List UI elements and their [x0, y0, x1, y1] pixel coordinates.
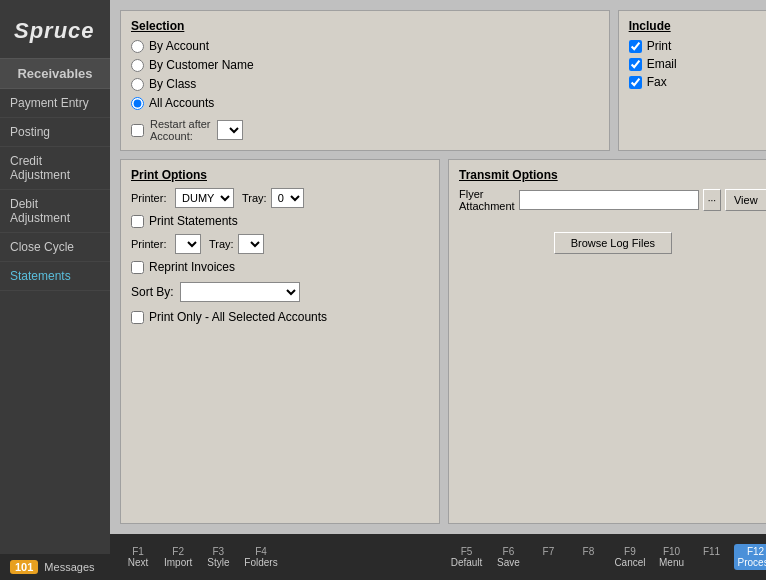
- sidebar-bottom: 101 Messages: [0, 554, 110, 580]
- printer-row-1: Printer: DUMY Tray: 0: [131, 188, 429, 208]
- radio-all-accounts-label: All Accounts: [149, 96, 214, 110]
- print-options-panel: Print Options Printer: DUMY Tray: 0 Prin…: [120, 159, 440, 524]
- flyer-row: FlyerAttachment ··· View: [459, 188, 766, 212]
- sort-by-select[interactable]: [180, 282, 300, 302]
- app-logo: Spruce: [0, 0, 110, 59]
- include-email[interactable]: Email: [629, 57, 766, 71]
- f10-key: F10: [663, 546, 680, 557]
- toolbar-f4[interactable]: F4 Folders: [240, 544, 281, 570]
- f9-key: F9: [624, 546, 636, 557]
- selection-panel: Selection By Account By Customer Name By…: [120, 10, 610, 151]
- printer-select-1[interactable]: DUMY: [175, 188, 234, 208]
- bottom-row: Print Options Printer: DUMY Tray: 0 Prin…: [120, 159, 766, 524]
- print-only-checkbox[interactable]: [131, 311, 144, 324]
- sort-by-label: Sort By:: [131, 285, 174, 299]
- toolbar-f8[interactable]: F8: [570, 544, 606, 570]
- f6-label: Save: [497, 557, 520, 568]
- sidebar-item-posting[interactable]: Posting: [0, 118, 110, 147]
- toolbar-f2[interactable]: F2 Import: [160, 544, 196, 570]
- include-email-label: Email: [647, 57, 677, 71]
- radio-all-accounts[interactable]: All Accounts: [131, 96, 599, 110]
- toolbar-f5[interactable]: F5 Default: [447, 544, 487, 570]
- radio-by-customer-name[interactable]: By Customer Name: [131, 58, 599, 72]
- reprint-invoices[interactable]: Reprint Invoices: [131, 260, 429, 274]
- sidebar-item-close-cycle[interactable]: Close Cycle: [0, 233, 110, 262]
- flyer-input[interactable]: [519, 190, 699, 210]
- sort-by-row: Sort By:: [131, 282, 429, 302]
- printer-select-2[interactable]: [175, 234, 201, 254]
- radio-by-class[interactable]: By Class: [131, 77, 599, 91]
- f5-key: F5: [461, 546, 473, 557]
- printer-label-2: Printer:: [131, 238, 171, 250]
- f11-label: [710, 557, 713, 568]
- print-statements-label: Print Statements: [149, 214, 238, 228]
- selection-title: Selection: [131, 19, 599, 33]
- radio-by-class-input[interactable]: [131, 78, 144, 91]
- tray-select-1[interactable]: 0: [271, 188, 304, 208]
- f10-label: Menu: [659, 557, 684, 568]
- transmit-options-panel: Transmit Options FlyerAttachment ··· Vie…: [448, 159, 766, 524]
- f4-label: Folders: [244, 557, 277, 568]
- include-title: Include: [629, 19, 766, 33]
- include-fax[interactable]: Fax: [629, 75, 766, 89]
- toolbar-f12[interactable]: F12 Process: [734, 544, 766, 570]
- f11-key: F11: [703, 546, 720, 557]
- transmit-options-title: Transmit Options: [459, 168, 766, 182]
- reprint-invoices-checkbox[interactable]: [131, 261, 144, 274]
- messages-badge: 101: [10, 560, 38, 574]
- browse-log-button[interactable]: Browse Log Files: [554, 232, 672, 254]
- f7-label: [547, 557, 550, 568]
- f8-key: F8: [583, 546, 595, 557]
- restart-checkbox[interactable]: [131, 124, 144, 137]
- f5-label: Default: [451, 557, 483, 568]
- f2-key: F2: [172, 546, 184, 557]
- browse-log-container: Browse Log Files: [459, 232, 766, 254]
- toolbar-f11[interactable]: F11: [694, 544, 730, 570]
- toolbar-f9[interactable]: F9 Cancel: [610, 544, 649, 570]
- f1-label: Next: [128, 557, 149, 568]
- radio-all-accounts-input[interactable]: [131, 97, 144, 110]
- radio-by-account[interactable]: By Account: [131, 39, 599, 53]
- restart-dropdown[interactable]: [217, 120, 243, 140]
- top-row: Selection By Account By Customer Name By…: [120, 10, 766, 151]
- include-print[interactable]: Print: [629, 39, 766, 53]
- print-statements-checkbox[interactable]: [131, 215, 144, 228]
- sidebar-item-debit-adjustment[interactable]: Debit Adjustment: [0, 190, 110, 233]
- reprint-invoices-label: Reprint Invoices: [149, 260, 235, 274]
- printer-label-1: Printer:: [131, 192, 171, 204]
- print-only[interactable]: Print Only - All Selected Accounts: [131, 310, 429, 324]
- radio-by-class-label: By Class: [149, 77, 196, 91]
- tray-label-2: Tray:: [209, 238, 234, 250]
- f6-key: F6: [503, 546, 515, 557]
- toolbar-f6[interactable]: F6 Save: [490, 544, 526, 570]
- toolbar-f7[interactable]: F7: [530, 544, 566, 570]
- include-fax-checkbox[interactable]: [629, 76, 642, 89]
- include-print-checkbox[interactable]: [629, 40, 642, 53]
- radio-by-customer-name-input[interactable]: [131, 59, 144, 72]
- flyer-browse-button[interactable]: ···: [703, 189, 721, 211]
- f12-label: Process: [738, 557, 766, 568]
- view-button[interactable]: View: [725, 189, 766, 211]
- f4-key: F4: [255, 546, 267, 557]
- sidebar-item-statements[interactable]: Statements: [0, 262, 110, 291]
- f12-key: F12: [747, 546, 764, 557]
- print-statements[interactable]: Print Statements: [131, 214, 429, 228]
- sidebar-item-credit-adjustment[interactable]: Credit Adjustment: [0, 147, 110, 190]
- toolbar-f1[interactable]: F1 Next: [120, 544, 156, 570]
- radio-by-account-input[interactable]: [131, 40, 144, 53]
- f2-label: Import: [164, 557, 192, 568]
- sidebar-item-payment-entry[interactable]: Payment Entry: [0, 89, 110, 118]
- include-email-checkbox[interactable]: [629, 58, 642, 71]
- sidebar: Spruce Receivables Payment Entry Posting…: [0, 0, 110, 580]
- radio-by-account-label: By Account: [149, 39, 209, 53]
- tray-label-1: Tray:: [242, 192, 267, 204]
- print-only-label: Print Only - All Selected Accounts: [149, 310, 327, 324]
- toolbar-f10[interactable]: F10 Menu: [654, 544, 690, 570]
- f7-key: F7: [543, 546, 555, 557]
- f1-key: F1: [132, 546, 144, 557]
- sidebar-section: Receivables: [0, 59, 110, 89]
- content-area: Selection By Account By Customer Name By…: [110, 0, 766, 534]
- tray-select-2[interactable]: [238, 234, 264, 254]
- f3-key: F3: [213, 546, 225, 557]
- toolbar-f3[interactable]: F3 Style: [200, 544, 236, 570]
